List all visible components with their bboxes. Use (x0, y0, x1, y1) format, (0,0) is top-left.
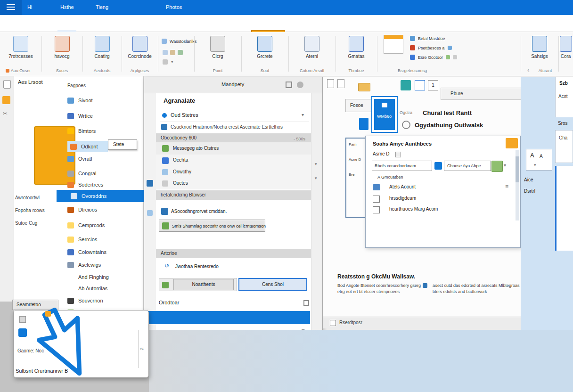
document-icon[interactable] (337, 79, 344, 88)
hamburger-menu-button[interactable] (0, 0, 22, 15)
person-icon[interactable] (532, 36, 547, 52)
mail-tile-icon[interactable] (359, 118, 368, 130)
archive-icon[interactable] (95, 36, 110, 52)
tool-icon[interactable] (163, 50, 168, 55)
contact-icon[interactable] (560, 36, 572, 52)
ribbon-button-label[interactable]: Cocrcinode (122, 54, 158, 59)
chevron-down-icon[interactable]: ▾ (315, 162, 317, 166)
menu-item[interactable]: Hi (27, 4, 32, 10)
list-item[interactable]: Messegeg ato Ctstres (156, 142, 311, 155)
grid-icon[interactable] (304, 36, 319, 52)
chevron-down-icon[interactable]: ▾ (315, 176, 317, 180)
account-dropdown[interactable]: Rbofs coracdoorknam (372, 161, 432, 171)
ribbon-button-label[interactable]: 7rotrcesses (0, 54, 41, 59)
restore-row[interactable]: ↺ Jwothaa Rentesredo (156, 261, 311, 272)
ribbon-button-label[interactable]: Cora (558, 54, 573, 59)
ribbon-menu-item[interactable]: Psettbesces a (410, 45, 452, 50)
tag-icon[interactable] (210, 36, 225, 52)
app-window-icon[interactable] (384, 35, 403, 54)
list-item[interactable]: Ocehta (156, 155, 311, 166)
calendar-icon[interactable] (415, 80, 425, 90)
reply-icon[interactable] (132, 36, 147, 52)
primary-button[interactable]: Noarthents (173, 279, 234, 290)
chevron-down-icon[interactable]: ▾ (302, 112, 304, 117)
menu-item[interactable]: Photos (166, 4, 182, 10)
sidebar-item[interactable]: Sodertrecs (67, 179, 143, 190)
chevron-down-icon[interactable]: ▾ (534, 163, 536, 167)
folder-icon[interactable] (358, 83, 370, 91)
checkbox[interactable] (373, 206, 380, 213)
chevron-down-icon[interactable]: ▾ (504, 163, 506, 168)
ribbon-button-label[interactable]: Cicrg (194, 54, 241, 59)
list-item[interactable]: Ouctes (156, 178, 311, 189)
account-list-item[interactable]: hrssdigdeam (372, 195, 513, 203)
tool-icon[interactable] (163, 59, 168, 65)
secondary-button[interactable]: Cens Shol (238, 278, 307, 291)
option-row[interactable]: ASocodhngrorvet cmddan. (156, 206, 311, 217)
ribbon-button-label[interactable]: Gmatas (336, 54, 377, 59)
ribbon-small-button[interactable]: Wasstoslanlks (162, 39, 196, 44)
sidebar-item[interactable]: Ovratl (67, 153, 143, 164)
sidebar-item[interactable]: Dtrcioos (67, 204, 143, 215)
font-small-icon[interactable]: A (540, 154, 543, 159)
account-list-item[interactable]: Atels Aoount ≡ (372, 183, 513, 192)
sidebar-item[interactable]: Ab Autorrilas (78, 283, 144, 294)
app-icon[interactable] (18, 328, 27, 337)
pane-subheader[interactable]: Fagpoes (67, 83, 86, 88)
folder-shortcut-icon[interactable] (2, 96, 10, 104)
sidebar-item[interactable]: Asclcwigs (67, 259, 143, 270)
option-row[interactable]: Csucknod Hnatrnon/Nocha crest Asccmate E… (160, 122, 309, 132)
choose-type-button[interactable]: Choose Aya Ahpe (444, 161, 491, 171)
ribbon-button-label[interactable]: Coatirg (82, 54, 122, 59)
document-icon[interactable] (327, 79, 334, 88)
sidebar-item[interactable]: And Finghing (78, 271, 144, 283)
sidebar-item-highlighted[interactable]: Odkont (67, 141, 108, 152)
scrollbar-track[interactable] (516, 150, 519, 220)
delete-icon[interactable] (55, 36, 70, 52)
ribbon-menu-item[interactable]: Betal Mastdoe (410, 36, 445, 41)
font-large-icon[interactable]: A (530, 152, 534, 159)
grid-icon[interactable] (19, 316, 26, 323)
scrollbar-thumb[interactable] (516, 156, 519, 182)
list-item[interactable]: Onwcthy (156, 166, 311, 178)
ribbon-button-label[interactable]: havocg (41, 54, 82, 59)
menu-item[interactable]: Hsthe (60, 4, 74, 10)
sidebar-item[interactable]: Cemprcods (67, 220, 143, 231)
sidebar-item[interactable]: Colowntains (67, 246, 143, 258)
sidebar-item[interactable]: Congral (67, 168, 143, 179)
sidebar-item[interactable]: Wrtice (67, 110, 143, 122)
tool-icon[interactable] (170, 50, 175, 55)
sidebar-item[interactable]: Bimtors (67, 125, 143, 137)
note-icon[interactable] (3, 80, 11, 89)
badge-1-icon[interactable]: 1 (428, 80, 438, 90)
tool-icon[interactable] (178, 50, 183, 55)
sidebar-item[interactable]: Serrclos (67, 234, 143, 245)
sidebar-item[interactable]: Sivoot (67, 95, 143, 106)
selected-tile[interactable]: WMb6o (371, 96, 398, 133)
checkbox[interactable] (373, 196, 380, 203)
new-item-icon[interactable] (13, 36, 28, 52)
expand-icon[interactable] (303, 300, 309, 306)
chevron-down-icon[interactable]: ▾ (171, 59, 173, 64)
window-icon[interactable] (257, 36, 272, 52)
account-list-item[interactable]: hearthuoes Marg Acom (372, 205, 513, 214)
ribbon-button-label[interactable]: Grcrete (241, 54, 288, 59)
layout-icon[interactable] (330, 320, 336, 326)
ribbon-menu-item[interactable]: Esre Gcotoor (410, 55, 457, 60)
list-handle-icon[interactable]: ≡ (505, 183, 508, 190)
sidebar-item-selected[interactable]: Ovorsddns (57, 190, 144, 202)
maximize-icon[interactable] (286, 82, 292, 88)
ribbon-button-label[interactable]: Sahsigs (521, 54, 558, 59)
highlighted-option[interactable]: Smis Shumnlag soctoritr ons onw cel lcrn… (159, 220, 265, 232)
close-icon[interactable] (297, 82, 303, 88)
option-row[interactable]: Oud Stetres ▾ (160, 110, 309, 122)
fosoe-label: Fosoe (350, 103, 363, 108)
sidebar-item[interactable]: Souvcrnon (67, 295, 143, 306)
scissors-icon[interactable]: ✂ (3, 110, 8, 117)
menu-item[interactable]: Tieng (96, 4, 108, 10)
folder-icon (67, 98, 74, 104)
ribbon-button-label[interactable]: Aterni (288, 54, 336, 59)
teams-icon[interactable] (401, 80, 411, 90)
people-icon[interactable] (349, 36, 364, 52)
confirm-icon[interactable] (491, 161, 503, 172)
